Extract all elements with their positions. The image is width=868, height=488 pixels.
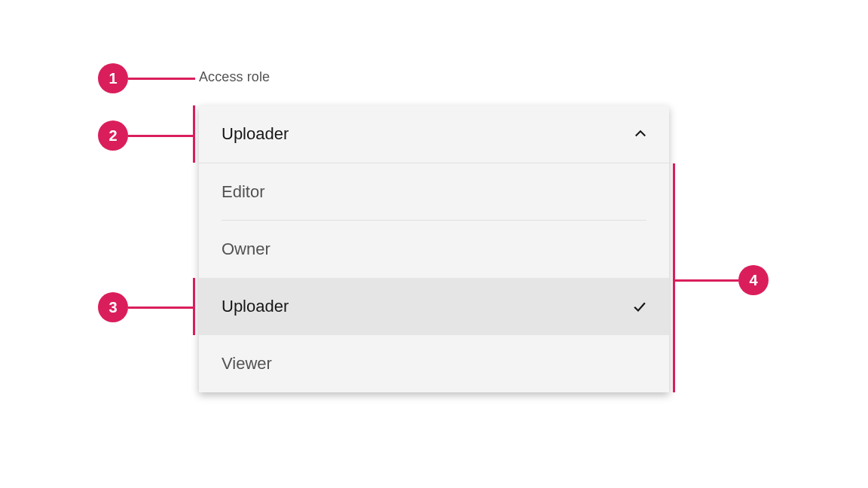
dropdown-option-label: Editor xyxy=(222,182,264,202)
annotation-dot-1: 1 xyxy=(98,63,128,93)
annotation-dot-3: 3 xyxy=(98,292,128,322)
annotation-connector-1 xyxy=(128,78,195,80)
annotation-bracket-4 xyxy=(673,163,675,392)
diagram-canvas: Access role Uploader Editor Owner Upload… xyxy=(0,0,868,488)
dropdown-option-label: Uploader xyxy=(222,297,289,316)
annotation-bracket-2 xyxy=(193,105,195,163)
dropdown: Uploader Editor Owner Uploader xyxy=(199,105,669,392)
dropdown-option-editor[interactable]: Editor xyxy=(199,163,669,221)
annotation-connector-2 xyxy=(128,135,193,137)
annotation-dot-2: 2 xyxy=(98,120,128,151)
dropdown-selected-value: Uploader xyxy=(222,124,289,144)
chevron-up-icon xyxy=(633,127,648,142)
dropdown-option-label: Viewer xyxy=(222,354,272,374)
annotation-dot-4: 4 xyxy=(738,265,769,295)
dropdown-option-viewer[interactable]: Viewer xyxy=(199,335,669,392)
dropdown-label: Access role xyxy=(199,69,270,85)
dropdown-option-label: Owner xyxy=(222,239,270,259)
dropdown-menu: Editor Owner Uploader Viewer xyxy=(199,163,669,392)
annotation-connector-3 xyxy=(128,307,193,309)
annotation-bracket-3 xyxy=(193,278,195,335)
dropdown-option-uploader[interactable]: Uploader xyxy=(199,278,669,335)
dropdown-option-owner[interactable]: Owner xyxy=(199,221,669,278)
dropdown-field[interactable]: Uploader xyxy=(199,105,669,163)
checkmark-icon xyxy=(631,298,648,315)
annotation-connector-4 xyxy=(675,279,738,282)
